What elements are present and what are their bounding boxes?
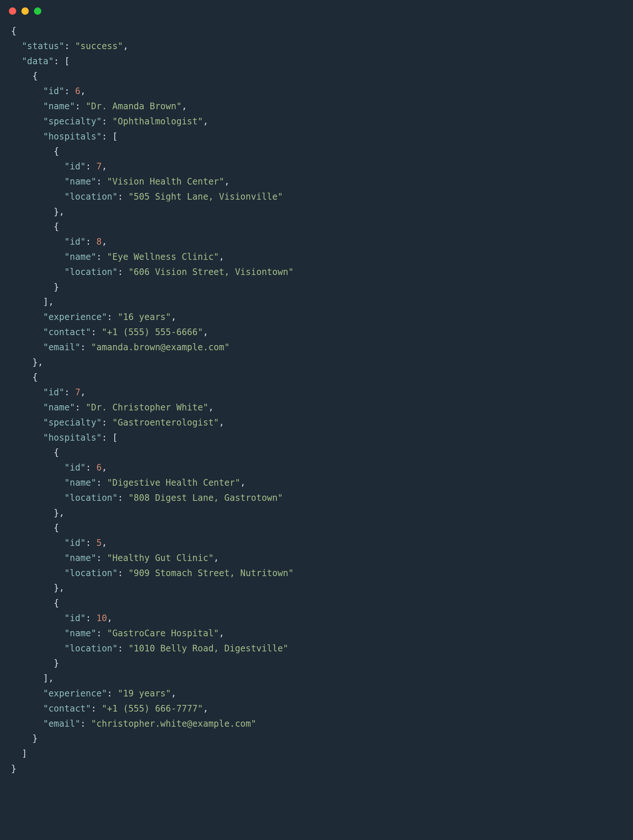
close-icon[interactable]	[9, 7, 16, 15]
minimize-icon[interactable]	[21, 7, 29, 15]
json-code-block: { "status": "success", "data": [ { "id":…	[0, 18, 633, 791]
maximize-icon[interactable]	[34, 7, 41, 15]
code-window: { "status": "success", "data": [ { "id":…	[0, 0, 633, 840]
window-titlebar	[0, 0, 633, 18]
